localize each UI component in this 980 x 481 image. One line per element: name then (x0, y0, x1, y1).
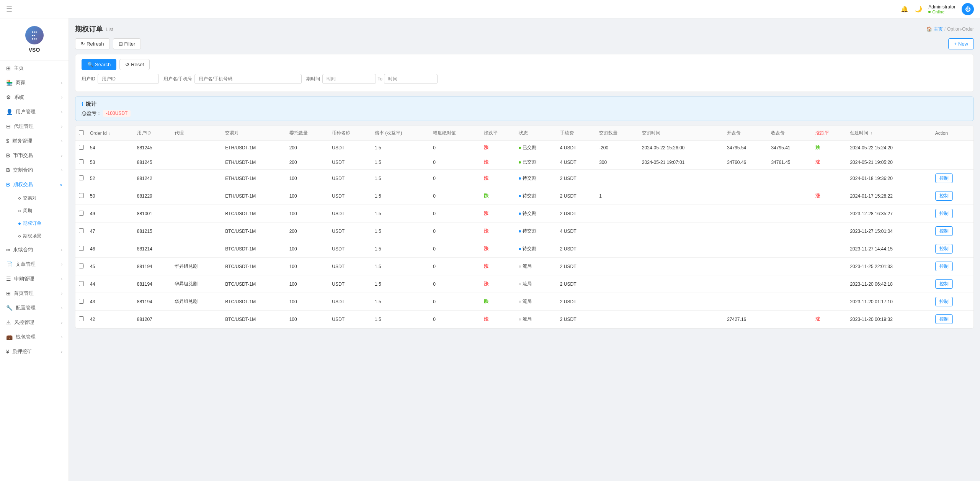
filter-button[interactable]: ⊟ Filter (113, 38, 141, 49)
sidebar-item-agent-mgmt[interactable]: ⊟ 代理管理 › (0, 119, 69, 134)
col-status: 状态 (516, 126, 557, 141)
status-badge: 待交割 (519, 193, 536, 199)
sidebar-item-home[interactable]: ⊞ 主页 (0, 61, 69, 75)
row-amplitude: 0 (430, 275, 481, 293)
row-trade-pair: BTC/USDT-1M (222, 275, 286, 293)
status-text: 流局 (523, 316, 532, 322)
row-checkbox[interactable] (79, 193, 84, 198)
row-checkbox[interactable] (79, 316, 84, 321)
control-button[interactable]: 控制 (935, 191, 953, 201)
row-entrust-qty: 200 (286, 223, 329, 240)
col-created-at: 创建时间 ↕ (847, 126, 932, 141)
chevron-right-icon: › (61, 291, 62, 296)
row-checkbox[interactable] (79, 175, 84, 180)
time-to-input[interactable] (384, 74, 438, 84)
reset-button[interactable]: ↺ Reset (119, 59, 150, 70)
control-button[interactable]: 控制 (935, 262, 953, 271)
row-entrust-qty: 100 (286, 240, 329, 258)
row-trade-time (639, 293, 724, 311)
sidebar-item-options-market[interactable]: 期权场景 (12, 230, 69, 242)
table-row: 53 881245 ETH/USDT-1M 200 USDT 1.5 0 涨 已… (75, 155, 973, 170)
sidebar-item-perpetual[interactable]: ∞ 永续合约 › (0, 242, 69, 257)
sidebar-item-mining[interactable]: ¥ 质押挖矿 › (0, 344, 69, 359)
row-open-price (724, 187, 768, 205)
row-checkbox[interactable] (79, 263, 84, 268)
chevron-right-icon: › (61, 248, 62, 252)
status-dot (519, 161, 521, 164)
row-agent: 华昇组兑剧 (172, 258, 222, 275)
row-liquidation: 涨 (481, 141, 516, 155)
status-text: 流局 (523, 298, 532, 305)
sidebar-item-coin-label: 币币交易 (13, 152, 33, 159)
sidebar-item-system[interactable]: ⚙ 系统 › (0, 90, 69, 105)
control-button[interactable]: 控制 (935, 244, 953, 254)
chevron-right-icon: › (61, 110, 62, 114)
user-id-input[interactable] (98, 74, 159, 84)
col-trade-pair: 交易对 (222, 126, 286, 141)
sidebar-item-user-mgmt[interactable]: 👤 用户管理 › (0, 105, 69, 119)
row-fee: 2 USDT (557, 275, 596, 293)
row-checkbox[interactable] (79, 228, 84, 233)
filter-icon: ⊟ (119, 41, 123, 47)
sidebar-item-homepage[interactable]: ⊞ 首页管理 › (0, 286, 69, 301)
row-checkbox-cell (75, 205, 87, 223)
control-button[interactable]: 控制 (935, 226, 953, 236)
sidebar-item-options[interactable]: B 期权交易 ∨ (0, 177, 69, 192)
refresh-button[interactable]: ↻ Refresh (75, 38, 110, 49)
new-button[interactable]: + New (948, 38, 974, 49)
row-rate: 1.5 (372, 187, 430, 205)
sidebar-item-article[interactable]: 📄 文章管理 › (0, 257, 69, 272)
sidebar-item-coin-trade[interactable]: B 币币交易 › (0, 148, 69, 163)
row-result (812, 258, 847, 275)
status-text: 待交割 (523, 175, 536, 182)
control-button[interactable]: 控制 (935, 279, 953, 289)
row-created-at: 2023-11-25 22:01:33 (847, 258, 932, 275)
sidebar-item-homepage-label: 首页管理 (14, 290, 34, 297)
status-badge: 已交割 (519, 159, 536, 165)
moon-icon[interactable]: 🌙 (915, 5, 922, 13)
table-row: 47 881215 BTC/USDT-1M 200 USDT 1.5 0 涨 待… (75, 223, 973, 240)
row-checkbox[interactable] (79, 246, 84, 251)
sidebar-item-options-order[interactable]: 期权订单 (12, 217, 69, 230)
row-result (812, 293, 847, 311)
row-order-id: 53 (87, 155, 134, 170)
time-from-input[interactable] (322, 74, 376, 84)
sidebar-item-risk[interactable]: ⚠ 风控管理 › (0, 315, 69, 330)
sidebar-item-finance[interactable]: $ 财务管理 › (0, 134, 69, 148)
menu-icon[interactable]: ☰ (6, 5, 12, 13)
status-badge: 流局 (519, 298, 532, 305)
control-button[interactable]: 控制 (935, 173, 953, 183)
breadcrumb-home-link[interactable]: 主页 (934, 26, 943, 33)
bell-icon[interactable]: 🔔 (901, 5, 908, 13)
col-agent: 代理 (172, 126, 222, 141)
select-all-checkbox[interactable] (79, 130, 84, 135)
username-input[interactable] (194, 74, 302, 84)
sidebar-item-wallet[interactable]: 💼 钱包管理 › (0, 330, 69, 344)
control-button[interactable]: 控制 (935, 314, 953, 324)
row-trade-qty: 1 (596, 187, 639, 205)
row-checkbox[interactable] (79, 281, 84, 286)
row-checkbox[interactable] (79, 145, 84, 150)
sidebar-item-purchase[interactable]: ☰ 申购管理 › (0, 272, 69, 286)
sidebar-item-config-label: 配置管理 (16, 304, 36, 311)
sidebar-item-contract[interactable]: B 交割合约 › (0, 163, 69, 177)
contract-icon: B (6, 167, 10, 173)
row-checkbox[interactable] (79, 299, 84, 304)
control-button[interactable]: 控制 (935, 209, 953, 218)
col-fee: 手续费 (557, 126, 596, 141)
control-button[interactable]: 控制 (935, 297, 953, 306)
row-checkbox[interactable] (79, 211, 84, 216)
sidebar-item-merchant[interactable]: 🏪 商家 › (0, 75, 69, 90)
sort-icon[interactable]: ↕ (871, 131, 872, 135)
page-subtitle: List (106, 26, 113, 32)
search-button[interactable]: 🔍 Search (82, 59, 116, 70)
sidebar-item-config[interactable]: 🔧 配置管理 › (0, 301, 69, 315)
sidebar-item-period[interactable]: 周期 (12, 205, 69, 217)
row-entrust-qty: 200 (286, 155, 329, 170)
avatar[interactable]: ⏻ (962, 3, 974, 15)
row-agent: 华昇组兑剧 (172, 293, 222, 311)
sort-icon[interactable]: ↕ (109, 131, 111, 136)
row-checkbox[interactable] (79, 159, 84, 164)
row-status: 待交割 (516, 187, 557, 205)
sidebar-item-trade-pair[interactable]: 交易对 (12, 192, 69, 205)
